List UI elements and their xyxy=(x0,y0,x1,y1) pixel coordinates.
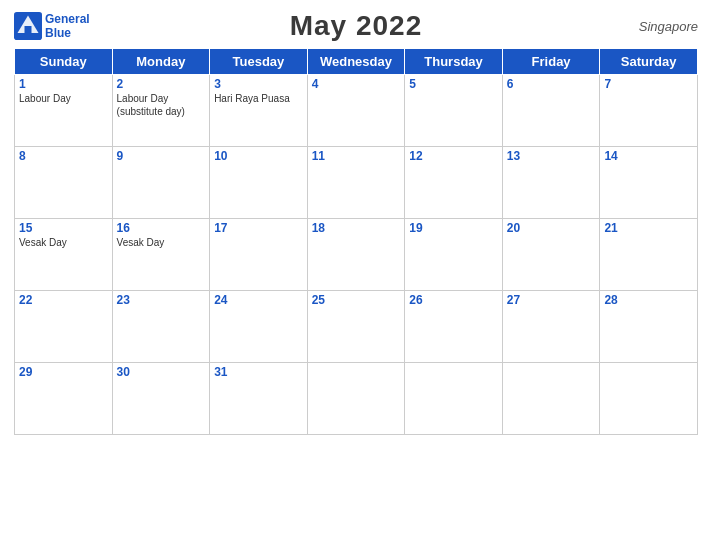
table-row: 15 Vesak Day 16 Vesak Day 17 18 19 20 xyxy=(15,219,698,291)
table-row: 1 Labour Day 2 Labour Day(substitute day… xyxy=(15,75,698,147)
calendar-cell: 29 xyxy=(15,363,113,435)
calendar-cell: 17 xyxy=(210,219,308,291)
col-monday: Monday xyxy=(112,49,210,75)
calendar-cell: 24 xyxy=(210,291,308,363)
calendar-cell: 6 xyxy=(502,75,600,147)
svg-rect-2 xyxy=(25,26,32,34)
calendar-cell: 21 xyxy=(600,219,698,291)
calendar-cell: 3 Hari Raya Puasa xyxy=(210,75,308,147)
calendar-cell: 11 xyxy=(307,147,405,219)
country-label: Singapore xyxy=(639,19,698,34)
calendar-table: Sunday Monday Tuesday Wednesday Thursday… xyxy=(14,48,698,435)
calendar-cell: 5 xyxy=(405,75,503,147)
weekday-header-row: Sunday Monday Tuesday Wednesday Thursday… xyxy=(15,49,698,75)
calendar-cell: 16 Vesak Day xyxy=(112,219,210,291)
col-sunday: Sunday xyxy=(15,49,113,75)
calendar-cell: 4 xyxy=(307,75,405,147)
table-row: 29 30 31 xyxy=(15,363,698,435)
calendar-cell: 8 xyxy=(15,147,113,219)
logo-text: General Blue xyxy=(45,12,90,41)
col-wednesday: Wednesday xyxy=(307,49,405,75)
col-saturday: Saturday xyxy=(600,49,698,75)
calendar-cell: 20 xyxy=(502,219,600,291)
table-row: 8 9 10 11 12 13 14 xyxy=(15,147,698,219)
calendar-cell: 26 xyxy=(405,291,503,363)
calendar-cell xyxy=(502,363,600,435)
calendar-header: General Blue May 2022 Singapore xyxy=(14,10,698,42)
calendar-cell: 10 xyxy=(210,147,308,219)
calendar-cell: 9 xyxy=(112,147,210,219)
logo-area: General Blue xyxy=(14,12,90,41)
col-thursday: Thursday xyxy=(405,49,503,75)
calendar-cell: 19 xyxy=(405,219,503,291)
calendar-cell: 7 xyxy=(600,75,698,147)
calendar-cell: 23 xyxy=(112,291,210,363)
calendar-cell: 14 xyxy=(600,147,698,219)
calendar-cell xyxy=(405,363,503,435)
calendar-cell: 25 xyxy=(307,291,405,363)
calendar-wrapper: General Blue May 2022 Singapore Sunday M… xyxy=(0,0,712,550)
calendar-cell: 2 Labour Day(substitute day) xyxy=(112,75,210,147)
col-friday: Friday xyxy=(502,49,600,75)
calendar-cell: 27 xyxy=(502,291,600,363)
calendar-cell xyxy=(307,363,405,435)
calendar-cell: 18 xyxy=(307,219,405,291)
generalblue-logo-icon xyxy=(14,12,42,40)
calendar-cell: 31 xyxy=(210,363,308,435)
calendar-cell: 30 xyxy=(112,363,210,435)
calendar-cell: 28 xyxy=(600,291,698,363)
calendar-cell: 15 Vesak Day xyxy=(15,219,113,291)
calendar-cell: 13 xyxy=(502,147,600,219)
calendar-cell: 1 Labour Day xyxy=(15,75,113,147)
table-row: 22 23 24 25 26 27 28 xyxy=(15,291,698,363)
calendar-cell: 22 xyxy=(15,291,113,363)
calendar-cell: 12 xyxy=(405,147,503,219)
calendar-cell xyxy=(600,363,698,435)
month-title: May 2022 xyxy=(290,10,423,42)
col-tuesday: Tuesday xyxy=(210,49,308,75)
